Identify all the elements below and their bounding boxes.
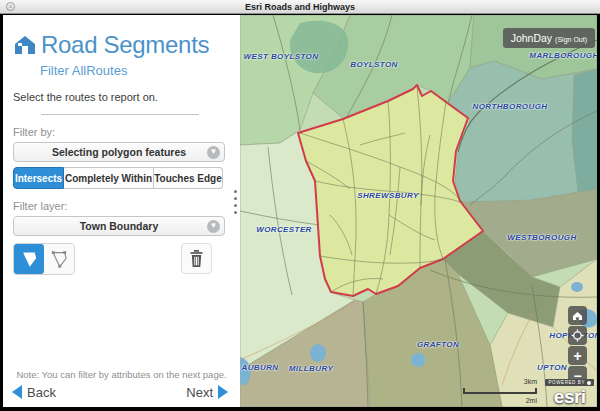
esri-brand-text: esri [545, 389, 594, 404]
zoom-in-button[interactable]: + [568, 346, 587, 365]
scale-bar: 3km 2mi [463, 388, 537, 394]
locate-button[interactable] [568, 326, 587, 345]
back-arrow-icon [12, 385, 22, 399]
town-label: WORCESTER [256, 225, 312, 234]
town-label-selected: SHREWSBURY [357, 191, 419, 200]
user-signout-button[interactable]: JohnDay (Sign Out) [503, 28, 595, 48]
back-label: Back [27, 385, 56, 400]
town-label: GRAFTON [417, 340, 459, 349]
town-label: WESTBOROUGH [507, 233, 576, 242]
window-title: Esri Roads and Highways [245, 2, 355, 12]
app-window: × Esri Roads and Highways Road Segments … [0, 0, 600, 411]
map-canvas[interactable]: WEST BOYLSTON BOYLSTON MARLBOROUGH NORTH… [240, 15, 597, 407]
home-icon [13, 34, 37, 56]
title-bar: × Esri Roads and Highways [0, 0, 600, 14]
scale-mi-label: 2mi [526, 397, 537, 404]
town-label: AUBURN [241, 363, 278, 372]
wizard-nav: Back Next [12, 383, 228, 401]
powered-by-badge: POWERED BY [545, 379, 594, 386]
selection-tools [13, 243, 230, 275]
panel-drag-handle[interactable] [234, 190, 237, 214]
page-subtitle: Filter AllRoutes [40, 63, 230, 78]
back-button[interactable]: Back [12, 385, 56, 400]
filter-by-dropdown[interactable]: Selecting polygon features ▼ [13, 142, 225, 162]
select-polygon-outline-button[interactable] [44, 244, 74, 274]
trash-icon [188, 249, 205, 268]
town-label: NORTHBOROUGH [473, 102, 548, 111]
select-polygon-button[interactable] [14, 244, 44, 274]
next-arrow-icon [218, 385, 228, 399]
filter-layer-dropdown[interactable]: Town Boundary ▼ [13, 216, 225, 236]
panel-header: Road Segments [13, 31, 230, 59]
filter-by-value: Selecting polygon features [52, 146, 186, 158]
page-title: Road Segments [41, 31, 209, 59]
mode-touches-edge-button[interactable]: Touches Edge [154, 167, 223, 189]
content-area: Road Segments Filter AllRoutes Select th… [3, 15, 597, 407]
filter-layer-value: Town Boundary [80, 220, 159, 232]
filter-panel: Road Segments Filter AllRoutes Select th… [3, 15, 240, 407]
home-icon [572, 311, 583, 321]
instruction-text: Select the routes to report on. [13, 91, 230, 103]
mode-intersects-button[interactable]: Intersects [13, 167, 64, 189]
note-text: Note: You can filter by attributes on th… [3, 369, 240, 380]
sign-out-label: (Sign Out) [555, 36, 587, 43]
esri-logo: POWERED BY esri [545, 370, 594, 404]
divider [41, 114, 199, 115]
next-label: Next [186, 385, 213, 400]
town-label: MILLBURY [289, 364, 333, 373]
select-polygon-icon [19, 249, 39, 269]
mode-completely-within-button[interactable]: Completely Within [64, 167, 154, 189]
delete-selection-button[interactable] [181, 243, 212, 274]
user-name: JohnDay [511, 28, 552, 48]
filter-by-label: Filter by: [13, 126, 230, 138]
next-button[interactable]: Next [186, 385, 228, 400]
select-polygon-outline-icon [49, 249, 69, 269]
town-label: MARLBOROUGH [529, 51, 597, 60]
spatial-mode-group: Intersects Completely Within Touches Edg… [13, 167, 223, 189]
scale-km-label: 3km [524, 378, 537, 385]
town-label: BOYLSTON [350, 60, 398, 69]
chevron-down-icon: ▼ [207, 220, 220, 233]
polygon-tool-group [13, 243, 75, 275]
locate-icon [571, 329, 584, 342]
town-label: WEST BOYLSTON [244, 52, 319, 61]
home-extent-button[interactable] [568, 306, 587, 325]
close-icon[interactable]: × [6, 2, 15, 11]
filter-layer-label: Filter layer: [13, 200, 230, 212]
chevron-down-icon: ▼ [207, 146, 220, 159]
esri-globe-icon [587, 381, 591, 385]
